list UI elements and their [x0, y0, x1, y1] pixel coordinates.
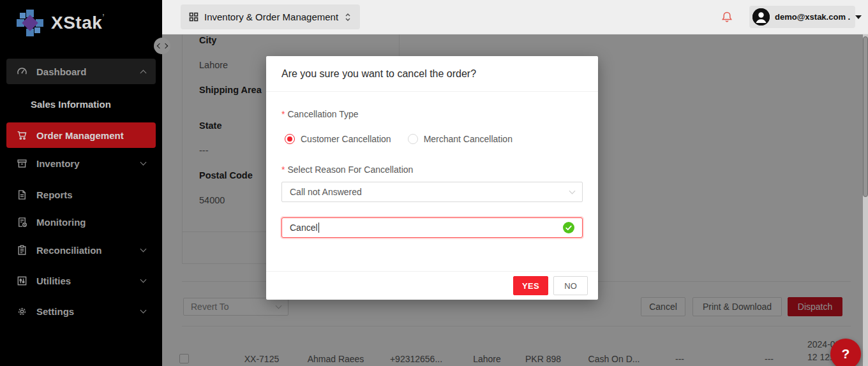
sidebar-item-settings[interactable]: Settings	[6, 298, 156, 324]
sidebar-collapse-toggle[interactable]	[154, 38, 170, 54]
chevron-left-icon	[156, 43, 161, 48]
app-root: XStak’ Dashboard Sales Information Order…	[0, 0, 868, 366]
modal-header: Are you sure you want to cancel the orde…	[266, 56, 598, 92]
radio-dot	[287, 136, 292, 142]
modal-body: *Cancellation Type Customer Cancellation…	[266, 92, 598, 271]
radio-label-customer[interactable]: Customer Cancellation	[301, 134, 391, 144]
sidebar-item-label: Sales Information	[31, 99, 111, 110]
cancel-order-modal: Are you sure you want to cancel the orde…	[266, 56, 598, 300]
chevron-down-icon	[140, 159, 147, 166]
app-switcher-dropdown[interactable]: Inventory & Order Management	[181, 4, 360, 29]
sidebar-item-inventory[interactable]: Inventory	[6, 150, 156, 176]
monitoring-file-icon	[17, 217, 27, 228]
chevron-up-icon	[140, 70, 147, 76]
sidebar-item-dashboard[interactable]: Dashboard	[6, 59, 156, 84]
sidebar-item-monitoring[interactable]: Monitoring	[6, 209, 156, 235]
sidebar-item-sales-information[interactable]: Sales Information	[31, 99, 111, 110]
sidebar-item-label: Dashboard	[36, 66, 86, 77]
sidebar: XStak’ Dashboard Sales Information Order…	[0, 0, 162, 366]
caret-down-icon	[855, 15, 862, 19]
cart-icon	[17, 130, 27, 141]
valid-check-icon	[563, 222, 574, 233]
clipboard-icon	[17, 245, 27, 256]
no-button[interactable]: NO	[553, 276, 588, 295]
sliders-icon	[17, 275, 27, 286]
cancellation-type-radio-group: Customer Cancellation Merchant Cancellat…	[285, 132, 583, 146]
radio-label-merchant[interactable]: Merchant Cancellation	[424, 134, 513, 144]
sidebar-item-reconciliation[interactable]: Reconciliation	[6, 237, 156, 263]
radio-customer-cancellation[interactable]	[285, 134, 295, 144]
text-cursor	[318, 223, 319, 233]
chevron-down-icon	[140, 246, 147, 253]
chevron-down-icon	[140, 277, 147, 283]
yes-button[interactable]: YES	[513, 276, 548, 295]
app-switcher-label: Inventory & Order Management	[204, 11, 338, 22]
xstak-logo: XStak’	[15, 8, 105, 38]
sidebar-item-utilities[interactable]: Utilities	[6, 268, 156, 293]
chevron-down-icon	[569, 188, 576, 194]
sidebar-item-order-management[interactable]: Order Management	[6, 122, 156, 148]
reason-label: *Select Reason For Cancellation	[281, 165, 583, 177]
help-button[interactable]: ?	[830, 339, 861, 366]
chevron-down-icon	[140, 307, 147, 314]
xstak-logo-icon	[15, 8, 45, 38]
cancellation-comment-input[interactable]: Cancel	[281, 217, 583, 238]
radio-merchant-cancellation[interactable]	[408, 134, 418, 144]
brand-trademark: ’	[102, 13, 105, 22]
chevron-right-icon	[162, 43, 167, 48]
sidebar-item-label: Reports	[36, 189, 73, 200]
scrollbar-thumb[interactable]	[863, 36, 868, 197]
reason-select-value: Call not Answered	[290, 187, 362, 197]
app-grid-icon	[189, 12, 198, 22]
scrollbar-track[interactable]	[863, 34, 868, 366]
required-asterisk: *	[281, 109, 285, 119]
user-email: demo@xstak.com .	[775, 12, 850, 22]
sidebar-item-label: Order Management	[36, 130, 124, 141]
inventory-box-icon	[17, 158, 27, 169]
sidebar-item-label: Settings	[36, 306, 74, 317]
reason-select[interactable]: Call not Answered	[281, 182, 583, 202]
swap-vertical-icon	[344, 13, 352, 22]
brand-name: XStak’	[51, 13, 105, 33]
sidebar-item-label: Inventory	[36, 158, 80, 169]
dashboard-gauge-icon	[17, 66, 27, 77]
reports-file-icon	[17, 189, 27, 200]
sidebar-item-reports[interactable]: Reports	[6, 182, 156, 207]
notification-bell-icon[interactable]	[721, 11, 733, 24]
cancellation-type-label: *Cancellation Type	[281, 109, 583, 122]
comment-value: Cancel	[290, 223, 318, 233]
modal-title: Are you sure you want to cancel the orde…	[281, 68, 476, 80]
sidebar-item-label: Reconciliation	[36, 245, 102, 256]
sidebar-item-label: Monitoring	[36, 217, 86, 228]
gear-icon	[17, 306, 27, 317]
required-asterisk: *	[281, 165, 285, 175]
sidebar-item-label: Utilities	[36, 275, 71, 286]
user-avatar-icon	[752, 8, 770, 26]
modal-footer: YES NO	[266, 271, 598, 300]
user-menu[interactable]: demo@xstak.com .	[749, 6, 855, 28]
topbar: Inventory & Order Management dem	[162, 0, 868, 34]
